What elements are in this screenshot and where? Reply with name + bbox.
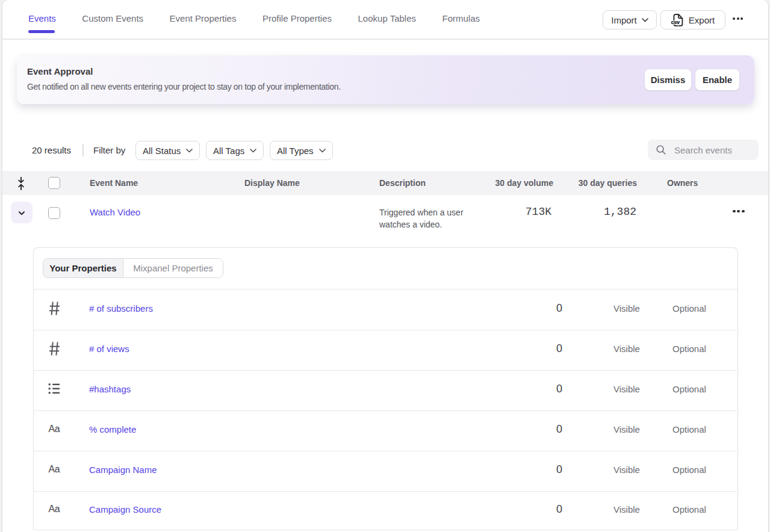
svg-text:csv: csv: [671, 19, 680, 25]
